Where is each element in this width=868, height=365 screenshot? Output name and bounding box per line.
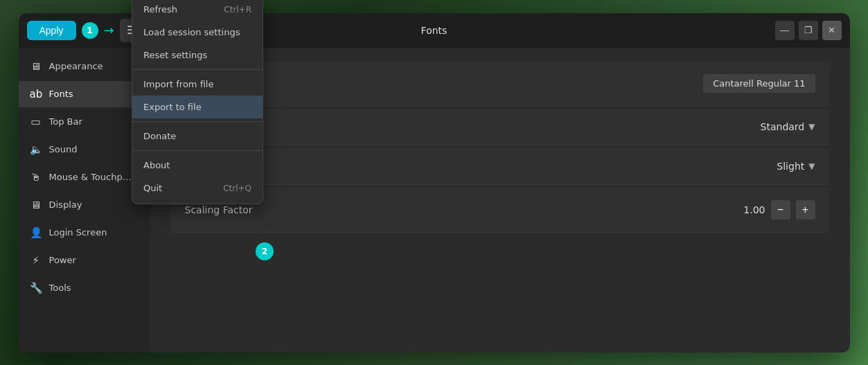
menu-divider-1 <box>132 69 263 70</box>
sidebar-item-label: Tools <box>49 283 71 293</box>
antialiasing-value: Standard <box>761 121 805 132</box>
login-icon: 👤 <box>30 226 42 239</box>
font-name-button[interactable]: Cantarell Regular 11 <box>703 74 815 93</box>
appearance-icon: 🖥 <box>30 60 42 73</box>
hinting-dropdown-arrow: ▼ <box>808 161 815 171</box>
menu-item-export[interactable]: Export to file <box>132 96 263 118</box>
menu-divider-3 <box>132 150 263 151</box>
apply-button[interactable]: Apply <box>27 21 76 40</box>
sidebar-item-mouse[interactable]: 🖱 Mouse & Touchp… <box>19 164 150 190</box>
topbar-icon: ▭ <box>30 116 42 128</box>
menu-item-reset[interactable]: Reset settings <box>132 48 263 67</box>
antialiasing-setting-row: Antialiasing Standard ▼ <box>171 109 829 145</box>
font-setting-row: Font Cantarell Regular 11 <box>171 62 829 106</box>
sidebar-item-label: Login Screen <box>49 227 107 238</box>
sidebar-item-label: Sound <box>49 144 78 154</box>
menu-divider-2 <box>132 121 263 122</box>
antialiasing-dropdown-arrow: ▼ <box>808 122 815 132</box>
sidebar-item-fonts[interactable]: ab Fonts <box>19 81 150 107</box>
step-arrow: → <box>104 23 114 37</box>
sidebar-item-display[interactable]: 🖥 Display <box>19 192 150 218</box>
scaling-controls: 1.00 − + <box>743 200 815 220</box>
tools-icon: 🔧 <box>30 282 42 294</box>
menu-shortcut: Ctrl+Q <box>223 184 251 193</box>
sidebar-item-power[interactable]: ⚡ Power <box>19 247 150 274</box>
sidebar-item-sound[interactable]: 🔈 Sound <box>19 136 150 163</box>
step1-badge: 1 <box>82 22 98 39</box>
sidebar: 🖥 Appearance ab Fonts ▭ Top Bar 🔈 Sound … <box>19 48 150 353</box>
sidebar-item-label: Mouse & Touchp… <box>49 172 132 182</box>
menu-label: Reset settings <box>143 50 207 60</box>
window-controls: — ❐ ✕ <box>775 21 842 40</box>
step2-badge: 2 <box>256 242 274 260</box>
fonts-icon: ab <box>30 88 42 100</box>
scaling-setting-row: Scaling Factor 1.00 − + <box>171 188 829 233</box>
close-button[interactable]: ✕ <box>822 21 842 40</box>
antialiasing-dropdown[interactable]: Standard ▼ <box>761 121 815 132</box>
hinting-dropdown[interactable]: Slight ▼ <box>777 161 815 172</box>
sidebar-item-label: Power <box>49 255 76 265</box>
maximize-button[interactable]: ❐ <box>799 21 818 40</box>
menu-item-quit[interactable]: Quit Ctrl+Q <box>132 177 263 199</box>
sidebar-item-appearance[interactable]: 🖥 Appearance <box>19 53 150 80</box>
menu-label: About <box>143 160 170 170</box>
hinting-value: Slight <box>777 161 804 172</box>
scale-increase-button[interactable]: + <box>796 200 815 220</box>
sidebar-item-label: Display <box>49 199 82 210</box>
sidebar-item-login[interactable]: 👤 Login Screen <box>19 220 150 246</box>
hamburger-dropdown: Refresh Ctrl+R Load session settings Res… <box>132 48 263 205</box>
menu-label: Import from file <box>143 79 213 89</box>
menu-item-donate[interactable]: Donate <box>132 125 263 148</box>
sidebar-item-tools[interactable]: 🔧 Tools <box>19 275 150 301</box>
sidebar-item-topbar[interactable]: ▭ Top Bar <box>19 109 150 135</box>
window-title: Fonts <box>421 25 448 36</box>
sound-icon: 🔈 <box>30 143 42 156</box>
font-value[interactable]: Cantarell Regular 11 <box>703 74 815 93</box>
scale-decrease-button[interactable]: − <box>771 200 790 220</box>
menu-item-import[interactable]: Import from file <box>132 73 263 96</box>
sidebar-item-label: Top Bar <box>49 116 82 127</box>
hinting-setting-row: Hinting Slight ▼ <box>171 148 829 185</box>
sidebar-item-label: Fonts <box>49 89 73 99</box>
minimize-button[interactable]: — <box>775 21 795 40</box>
app-window: Apply 1 → ☰ Fonts — ❐ ✕ 🖥 Appearance ab … <box>19 13 850 353</box>
menu-label: Export to file <box>143 102 202 112</box>
menu-label: Quit <box>143 183 162 193</box>
content-area: 🖥 Appearance ab Fonts ▭ Top Bar 🔈 Sound … <box>19 48 850 353</box>
scaling-label: Scaling Factor <box>185 204 253 215</box>
menu-label: Donate <box>143 131 176 141</box>
menu-item-about[interactable]: About <box>132 154 263 177</box>
scaling-value: 1.00 <box>743 204 765 215</box>
power-icon: ⚡ <box>30 254 42 267</box>
sidebar-item-label: Appearance <box>49 61 103 71</box>
mouse-icon: 🖱 <box>30 171 42 184</box>
display-icon: 🖥 <box>30 199 42 211</box>
